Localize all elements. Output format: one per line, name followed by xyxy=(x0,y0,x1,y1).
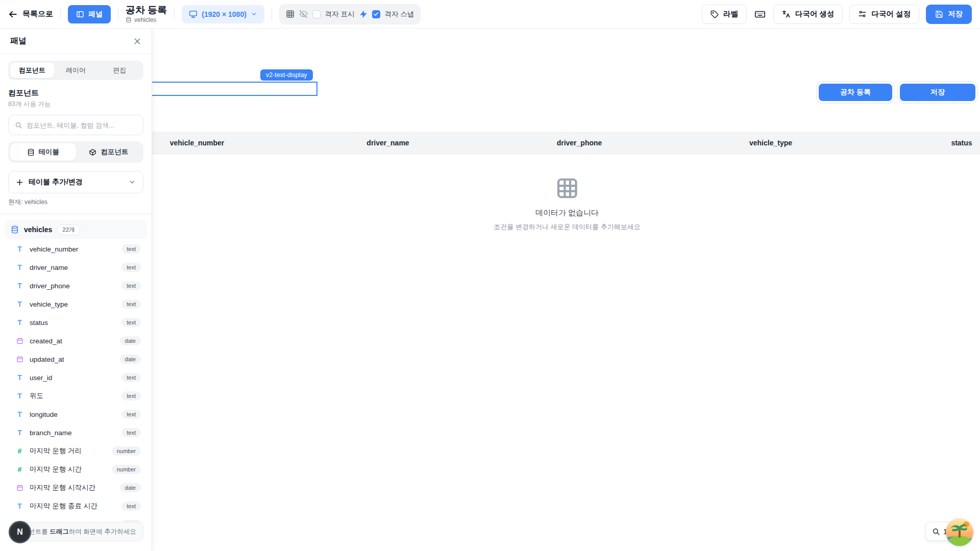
field-item[interactable]: Tvehicle_typetext xyxy=(5,295,147,313)
column-header[interactable]: status xyxy=(951,139,972,147)
keyboard-shortcuts-button[interactable] xyxy=(753,5,767,24)
divider xyxy=(118,8,118,20)
field-item[interactable]: #마지막 운행 거리number xyxy=(5,442,147,460)
field-name: user_id xyxy=(30,374,52,382)
field-item[interactable]: T위도text xyxy=(5,387,147,405)
keyboard-icon xyxy=(754,9,766,20)
field-item[interactable]: updated_atdate xyxy=(5,350,147,368)
label-button[interactable]: 라벨 xyxy=(702,5,747,24)
user-avatar[interactable]: N xyxy=(9,521,31,543)
field-name: vehicle_type xyxy=(30,300,68,308)
field-name: 위도 xyxy=(30,391,43,400)
tab-edit[interactable]: 편집 xyxy=(97,63,141,78)
field-item[interactable]: Tuser_idtext xyxy=(5,368,147,387)
add-change-table-button[interactable]: 테이블 추가/변경 xyxy=(8,171,143,193)
field-item[interactable]: Tstatustext xyxy=(5,313,147,332)
text-type-icon: T xyxy=(16,392,23,400)
save-button[interactable]: 저장 xyxy=(926,5,972,24)
plus-icon xyxy=(16,179,23,186)
close-icon[interactable] xyxy=(133,37,141,45)
field-name: longitude xyxy=(30,411,58,418)
toggle-tables[interactable]: 테이블 xyxy=(10,143,76,161)
field-name: driver_name xyxy=(30,264,68,271)
database-icon xyxy=(126,17,132,23)
languages-icon xyxy=(782,10,791,18)
tab-layers[interactable]: 레이어 xyxy=(54,63,98,78)
field-type-badge: date xyxy=(120,483,141,492)
database-icon xyxy=(11,226,19,234)
row-count-badge: 22개 xyxy=(57,224,80,235)
database-icon xyxy=(27,148,35,156)
panel-toggle-button[interactable]: 패널 xyxy=(68,5,111,23)
divider xyxy=(0,214,152,214)
viewport-size-dropdown[interactable]: (980 × 551) xyxy=(182,5,264,23)
field-name: created_at xyxy=(30,337,62,345)
search-input[interactable] xyxy=(27,121,137,129)
field-item[interactable]: #마지막 운행 시간number xyxy=(5,460,147,479)
i18n-settings-button[interactable]: 다국어 설정 xyxy=(849,5,919,24)
empty-state-subtitle: 조건을 변경하거나 새로운 데이터를 추가해보세요 xyxy=(494,222,640,232)
field-name: 마지막 운행 거리 xyxy=(30,446,82,456)
field-type-badge: text xyxy=(121,299,141,309)
tab-components[interactable]: 컴포넌트 xyxy=(10,63,54,78)
column-header[interactable]: vehicle_number xyxy=(170,139,225,147)
component-search[interactable] xyxy=(8,115,143,135)
field-item[interactable]: 마지막 운행 시작시간date xyxy=(5,479,147,497)
island-avatar[interactable] xyxy=(946,518,973,546)
text-type-icon: T xyxy=(16,502,23,510)
field-name: vehicle_number xyxy=(30,245,78,253)
back-to-list-button[interactable]: 목록으로 xyxy=(8,9,53,19)
field-type-badge: text xyxy=(121,428,141,437)
field-type-badge: date xyxy=(120,355,141,364)
lightning-icon xyxy=(359,10,368,18)
text-type-icon: T xyxy=(16,318,23,327)
text-type-icon: T xyxy=(16,410,23,418)
field-name: branch_name xyxy=(30,429,72,437)
column-header[interactable]: driver_name xyxy=(366,139,409,147)
field-item[interactable]: T마지막 운행 종료 시간text xyxy=(5,497,147,515)
field-item[interactable]: created_atdate xyxy=(5,332,147,350)
tag-icon xyxy=(710,10,719,18)
field-item[interactable]: Tdriver_phonetext xyxy=(5,277,147,295)
field-name: 마지막 운행 종료 시간 xyxy=(30,502,97,511)
grid-show-label: 격자 표시 xyxy=(325,10,355,19)
panel-source-toggle: 테이블 컴포넌트 xyxy=(8,141,143,163)
empty-table-icon xyxy=(555,177,579,200)
field-type-badge: date xyxy=(120,336,141,345)
canvas-register-button[interactable]: 공차 등록 xyxy=(819,84,892,101)
field-type-badge: text xyxy=(121,502,141,511)
settings-sliders-icon xyxy=(858,10,867,18)
table-name: vehicles xyxy=(24,226,52,234)
i18n-generate-button[interactable]: 다국어 생성 xyxy=(773,5,843,24)
grid-snap-checkbox[interactable] xyxy=(372,10,380,18)
package-icon xyxy=(89,148,96,156)
field-type-badge: text xyxy=(121,318,141,327)
field-item[interactable]: Tvehicle_numbertext xyxy=(5,240,147,258)
text-type-icon: T xyxy=(16,282,23,290)
field-type-badge: text xyxy=(121,281,141,290)
number-type-icon: # xyxy=(16,465,23,473)
canvas-save-button[interactable]: 저장 xyxy=(900,84,975,101)
toggle-components[interactable]: 컴포넌트 xyxy=(76,143,142,161)
field-type-badge: text xyxy=(121,410,141,419)
column-header[interactable]: vehicle_type xyxy=(749,139,792,147)
back-arrow-icon xyxy=(8,10,17,19)
number-type-icon: # xyxy=(16,447,23,455)
column-header[interactable]: driver_phone xyxy=(557,139,602,147)
field-name: 마지막 운행 시간 xyxy=(30,465,82,474)
field-type-badge: text xyxy=(121,244,141,254)
field-type-badge: text xyxy=(121,263,141,272)
table-group-header[interactable]: vehicles 22개 xyxy=(5,220,147,239)
field-item[interactable]: Tdriver_nametext xyxy=(5,258,147,277)
chevron-down-icon xyxy=(251,11,257,17)
panel-title: 패널 xyxy=(10,36,27,46)
field-item[interactable]: Tbranch_nametext xyxy=(5,423,147,442)
components-panel: 패널 컴포넌트 레이어 편집 컴포넌트 83개 사용 가능 xyxy=(0,29,152,551)
search-icon xyxy=(15,121,22,129)
grid-show-checkbox[interactable] xyxy=(312,10,321,18)
text-type-icon: T xyxy=(16,300,23,308)
field-item[interactable]: Tlongitudetext xyxy=(5,405,147,423)
top-toolbar: 목록으로 패널 공차 등록 vehicles xyxy=(0,0,980,29)
field-name: driver_phone xyxy=(30,282,70,290)
page-title: 공차 등록 xyxy=(126,5,167,16)
